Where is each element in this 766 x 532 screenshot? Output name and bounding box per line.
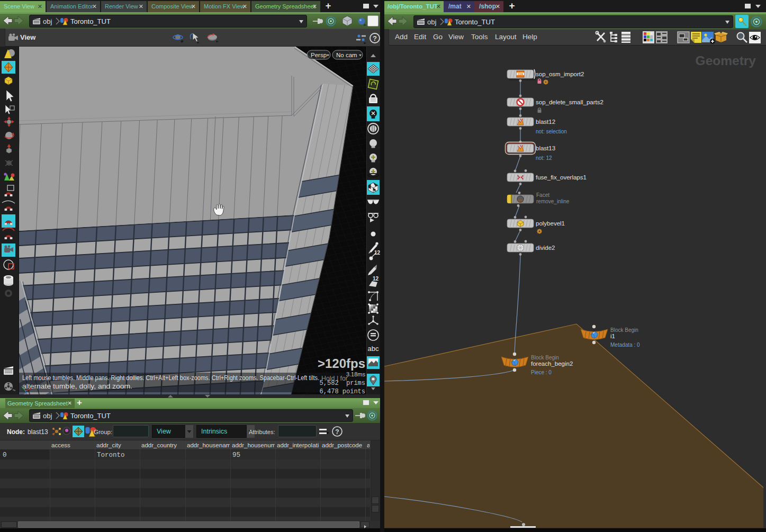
svg-text:fuse_fix_overlaps1: fuse_fix_overlaps1: [536, 174, 587, 181]
svg-text:not: selection: not: selection: [536, 129, 567, 134]
svg-text:alternate tumble, dolly, and z: alternate tumble, dolly, and zoom.: [22, 383, 132, 390]
svg-text:3.18ms: 3.18ms: [346, 371, 366, 377]
svg-text:>120fps: >120fps: [318, 356, 365, 371]
svg-text:Left mouse tumbles. Middle pan: Left mouse tumbles. Middle pans. Right d…: [22, 374, 319, 382]
svg-text:polybevel1: polybevel1: [536, 220, 565, 227]
svg-text:Piece : 0: Piece : 0: [531, 369, 552, 375]
svg-text:abc: abc: [368, 345, 379, 353]
svg-text:Facet: Facet: [536, 192, 549, 198]
svg-text:No cam: No cam: [336, 52, 357, 58]
svg-text:?: ?: [373, 34, 377, 42]
svg-text:Metadata : 0: Metadata : 0: [610, 342, 640, 348]
svg-text:sop_delete_small_parts2: sop_delete_small_parts2: [536, 99, 603, 105]
svg-text:Block Begin: Block Begin: [531, 355, 559, 360]
svg-text:remove_inline: remove_inline: [536, 199, 570, 204]
svg-text:blast13: blast13: [536, 145, 555, 151]
svg-text:i1: i1: [610, 333, 615, 339]
svg-text:5,582 prims: 5,582 prims: [320, 380, 365, 387]
svg-text:foreach_begin2: foreach_begin2: [531, 360, 573, 367]
svg-text:12: 12: [373, 276, 379, 282]
svg-text:Geometry: Geometry: [696, 53, 756, 68]
svg-text:divide2: divide2: [536, 245, 555, 251]
svg-text:?: ?: [335, 428, 339, 436]
svg-text:blast12: blast12: [536, 119, 555, 125]
svg-text:Block Begin: Block Begin: [610, 327, 638, 333]
svg-text:Persp: Persp: [311, 52, 327, 58]
svg-text:OSM: OSM: [518, 73, 524, 76]
svg-text:not: 12: not: 12: [536, 155, 552, 161]
svg-text:6,478 points: 6,478 points: [320, 388, 365, 394]
svg-text:sop_osm_import2: sop_osm_import2: [536, 71, 584, 77]
svg-text:12: 12: [374, 250, 380, 256]
